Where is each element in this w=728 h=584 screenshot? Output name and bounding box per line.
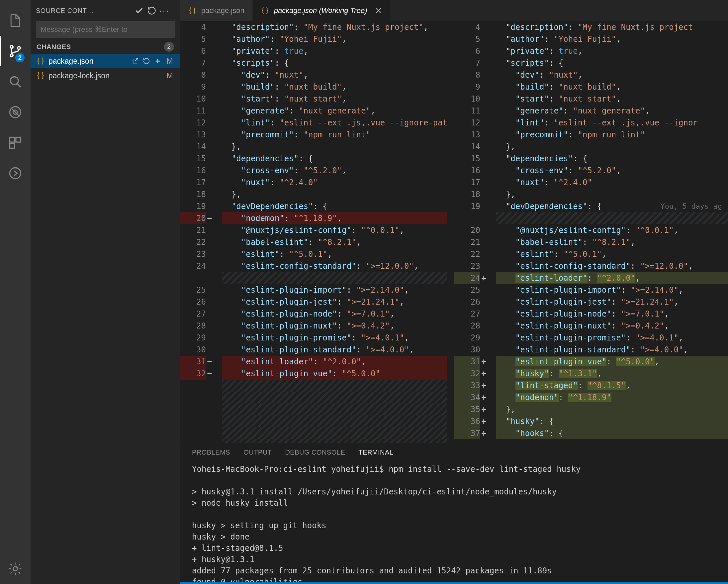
diff-modified-pane[interactable]: 4567891011121314151617181920212223242526… xyxy=(454,21,728,443)
svg-point-1 xyxy=(10,54,13,57)
file-name: package.json xyxy=(49,57,130,66)
files-icon xyxy=(8,13,23,28)
panel-tab-debug-console[interactable]: DEBUG CONSOLE xyxy=(285,449,345,456)
activity-extensions[interactable] xyxy=(0,128,30,158)
json-icon xyxy=(188,6,197,15)
svg-point-9 xyxy=(10,168,21,179)
refresh-icon xyxy=(147,6,156,15)
json-icon xyxy=(36,71,45,80)
bottom-panel: PROBLEMSOUTPUTDEBUG CONSOLETERMINAL Yohe… xyxy=(180,443,728,582)
svg-point-3 xyxy=(10,77,18,85)
changed-files-list: package.json M package-lock.json M xyxy=(30,54,180,584)
activity-search[interactable] xyxy=(0,66,30,97)
git-blame-annotation: You, 5 days ag xyxy=(660,200,722,212)
close-icon[interactable] xyxy=(374,7,382,15)
diff-editor: 4567891011121314151617181920212223242526… xyxy=(180,21,728,443)
tab-label: package.json xyxy=(201,6,244,15)
changed-file-row[interactable]: package.json M xyxy=(30,54,180,68)
panel-tab-problems[interactable]: PROBLEMS xyxy=(192,449,230,456)
refresh-action[interactable] xyxy=(146,4,158,17)
gear-icon xyxy=(8,561,23,576)
svg-rect-7 xyxy=(16,137,21,142)
file-name: package-lock.json xyxy=(49,71,163,80)
discard-icon[interactable] xyxy=(141,56,152,66)
changed-file-row[interactable]: package-lock.json M xyxy=(30,68,180,83)
search-icon xyxy=(8,74,23,89)
extensions-icon xyxy=(8,135,23,150)
terminal-output[interactable]: Yoheis-MacBook-Pro:ci-eslint yoheifujii$… xyxy=(180,462,728,582)
bug-icon xyxy=(8,105,23,119)
changes-label: CHANGES xyxy=(36,43,71,51)
panel-tab-terminal[interactable]: TERMINAL xyxy=(358,449,393,456)
sidebar-title: SOURCE CONT… xyxy=(36,7,133,15)
file-status: M xyxy=(165,57,175,66)
json-icon xyxy=(36,56,45,66)
svg-point-2 xyxy=(18,47,20,50)
activity-source-control[interactable]: 2 xyxy=(0,36,30,66)
json-icon xyxy=(261,6,269,15)
main-area: package.json package.json (Working Tree)… xyxy=(180,0,728,584)
activity-debug[interactable] xyxy=(0,97,30,128)
commit-action[interactable] xyxy=(133,4,146,17)
tab-label: package.json (Working Tree) xyxy=(274,6,367,15)
status-bar xyxy=(180,582,728,584)
editor-tab[interactable]: package.json xyxy=(180,0,253,21)
activity-remote[interactable] xyxy=(0,158,30,189)
svg-rect-6 xyxy=(10,137,15,142)
changes-header[interactable]: CHANGES 2 xyxy=(30,40,180,54)
editor-tabs: package.json package.json (Working Tree) xyxy=(180,0,728,21)
scm-badge: 2 xyxy=(15,53,25,62)
changes-count: 2 xyxy=(164,42,174,52)
check-icon xyxy=(134,6,144,15)
diff-original-pane[interactable]: 4567891011121314151617181920212223242526… xyxy=(180,21,454,443)
svg-point-10 xyxy=(13,567,18,571)
file-status: M xyxy=(165,71,175,80)
app-root: 2 SOURCE CONT… ··· CHANGES xyxy=(0,0,728,584)
stage-icon[interactable] xyxy=(153,56,163,66)
svg-point-0 xyxy=(10,46,13,48)
activity-bar: 2 xyxy=(0,0,30,584)
svg-rect-8 xyxy=(10,143,15,148)
editor-tab[interactable]: package.json (Working Tree) xyxy=(253,0,391,21)
more-action[interactable]: ··· xyxy=(158,4,171,17)
panel-tab-output[interactable]: OUTPUT xyxy=(243,449,272,456)
activity-explorer[interactable] xyxy=(0,5,30,36)
remote-icon xyxy=(8,166,23,180)
sidebar-header: SOURCE CONT… ··· xyxy=(30,0,180,21)
sidebar: SOURCE CONT… ··· CHANGES 2 package.json … xyxy=(30,0,180,584)
open-file-icon[interactable] xyxy=(130,56,140,66)
commit-message-input[interactable] xyxy=(36,21,175,38)
panel-tabs: PROBLEMSOUTPUTDEBUG CONSOLETERMINAL xyxy=(180,443,728,462)
commit-box xyxy=(36,21,175,38)
activity-settings[interactable] xyxy=(0,554,30,584)
